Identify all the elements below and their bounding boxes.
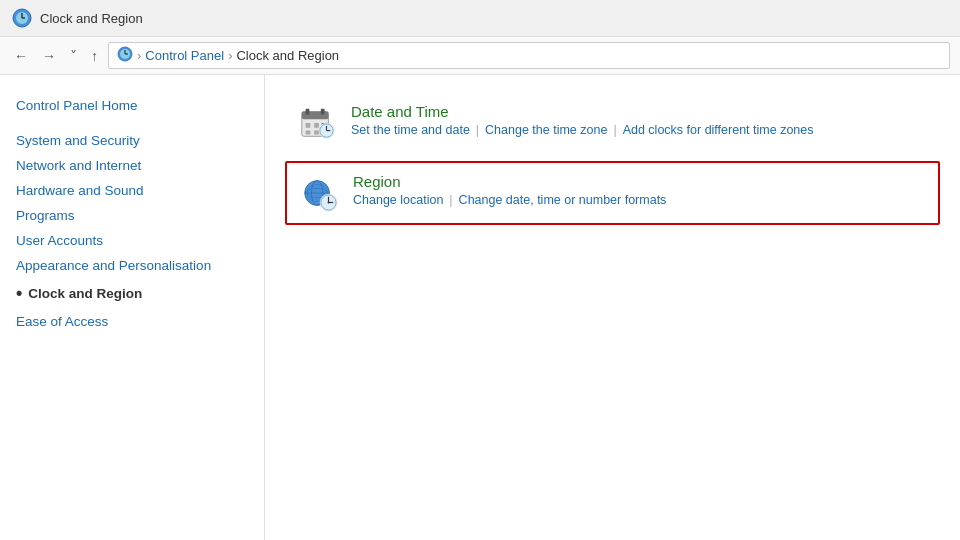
date-time-title[interactable]: Date and Time: [351, 103, 449, 120]
recent-button[interactable]: ˅: [66, 46, 81, 66]
date-time-icon: [297, 103, 337, 143]
sidebar-item-system-security[interactable]: System and Security: [16, 128, 248, 153]
svg-rect-10: [306, 109, 310, 115]
sidebar-item-clock-region[interactable]: • Clock and Region: [16, 278, 248, 309]
svg-rect-12: [306, 123, 311, 128]
sidebar-item-hardware-sound[interactable]: Hardware and Sound: [16, 178, 248, 203]
sidebar-item-programs[interactable]: Programs: [16, 203, 248, 228]
active-bullet: •: [16, 283, 22, 304]
title-bar-label: Clock and Region: [40, 11, 143, 26]
sidebar-item-user-accounts[interactable]: User Accounts: [16, 228, 248, 253]
category-region: Region Change location | Change date, ti…: [285, 161, 940, 225]
titlebar-icon: [12, 8, 32, 28]
change-location-link[interactable]: Change location: [353, 193, 443, 207]
breadcrumb-clock-region: Clock and Region: [236, 48, 339, 63]
region-title[interactable]: Region: [353, 173, 401, 190]
address-icon: [117, 46, 133, 65]
sidebar-item-control-panel-home[interactable]: Control Panel Home: [16, 93, 248, 118]
date-time-content: Date and Time Set the time and date | Ch…: [351, 103, 814, 137]
svg-point-30: [328, 202, 330, 204]
svg-rect-11: [321, 109, 325, 115]
address-bar: ← → ˅ ↑ › Control Panel › Clock and Regi…: [0, 37, 960, 75]
sidebar-item-ease-access[interactable]: Ease of Access: [16, 309, 248, 334]
content-area: Date and Time Set the time and date | Ch…: [265, 75, 960, 540]
title-bar: Clock and Region: [0, 0, 960, 37]
sidebar-item-appearance[interactable]: Appearance and Personalisation: [16, 253, 248, 278]
main-layout: Control Panel Home System and Security N…: [0, 75, 960, 540]
svg-rect-13: [314, 123, 319, 128]
add-clocks-link[interactable]: Add clocks for different time zones: [623, 123, 814, 137]
set-time-date-link[interactable]: Set the time and date: [351, 123, 470, 137]
svg-rect-15: [306, 131, 311, 135]
category-date-time: Date and Time Set the time and date | Ch…: [285, 93, 940, 153]
forward-button[interactable]: →: [38, 46, 60, 66]
up-button[interactable]: ↑: [87, 46, 102, 66]
change-time-zone-link[interactable]: Change the time zone: [485, 123, 607, 137]
region-content: Region Change location | Change date, ti…: [353, 173, 666, 207]
change-formats-link[interactable]: Change date, time or number formats: [459, 193, 667, 207]
svg-rect-16: [314, 131, 319, 135]
sidebar-item-network-internet[interactable]: Network and Internet: [16, 153, 248, 178]
address-path: › Control Panel › Clock and Region: [108, 42, 950, 69]
back-button[interactable]: ←: [10, 46, 32, 66]
region-icon: [299, 173, 339, 213]
sidebar: Control Panel Home System and Security N…: [0, 75, 265, 540]
breadcrumb-control-panel[interactable]: Control Panel: [145, 48, 224, 63]
